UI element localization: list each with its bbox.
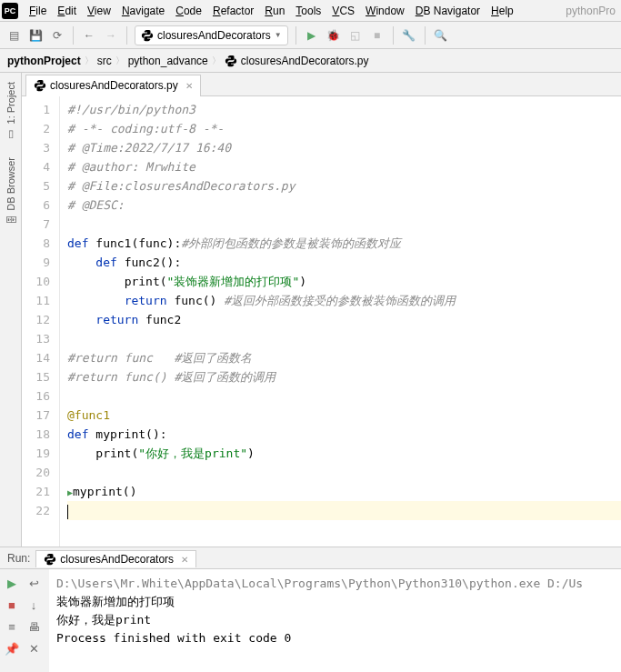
python-icon bbox=[34, 79, 46, 92]
menu-item-refactor[interactable]: Refactor bbox=[207, 3, 259, 19]
run-panel-label: Run: bbox=[7, 552, 30, 565]
db-browser-tab[interactable]: 🗄DB Browser bbox=[4, 152, 18, 230]
menu-item-help[interactable]: Help bbox=[486, 3, 519, 19]
breadcrumb-file[interactable]: closuresAndDecorators.py bbox=[241, 55, 369, 67]
editor-tabs: closuresAndDecorators.py ✕ bbox=[22, 73, 621, 96]
breadcrumb-item[interactable]: src bbox=[97, 55, 112, 67]
wrench-icon[interactable]: 🔧 bbox=[401, 27, 417, 44]
project-icon: ▭ bbox=[5, 127, 16, 139]
python-icon bbox=[141, 29, 154, 42]
menu-item-navigate[interactable]: Navigate bbox=[116, 3, 170, 19]
chevron-down-icon: ▼ bbox=[275, 31, 282, 39]
menu-item-run[interactable]: Run bbox=[259, 3, 290, 19]
db-icon: 🗄 bbox=[5, 215, 15, 226]
menu-item-window[interactable]: Window bbox=[360, 3, 410, 19]
menu-item-vcs[interactable]: VCS bbox=[326, 3, 360, 19]
menu-item-db-navigator[interactable]: DB Navigator bbox=[410, 3, 486, 19]
debug-button[interactable]: 🐞 bbox=[326, 27, 342, 44]
breadcrumb-item[interactable]: python_advance bbox=[128, 55, 208, 67]
clear-icon[interactable]: ✕ bbox=[24, 638, 44, 658]
forward-icon[interactable]: → bbox=[103, 27, 119, 44]
close-icon[interactable]: ✕ bbox=[185, 81, 193, 91]
close-icon[interactable]: ✕ bbox=[181, 555, 188, 565]
breadcrumb-root[interactable]: pythonProject bbox=[7, 55, 81, 67]
tab-label: closuresAndDecorators.py bbox=[50, 79, 178, 92]
run-tab[interactable]: closuresAndDecorators ✕ bbox=[35, 550, 196, 567]
app-logo: PC bbox=[2, 3, 18, 19]
line-number-gutter: 12345678910111213141516171819202122 bbox=[22, 96, 60, 547]
run-output[interactable]: D:\Users\Mr.White\AppData\Local\Programs… bbox=[49, 569, 621, 672]
file-tab[interactable]: closuresAndDecorators.py ✕ bbox=[25, 75, 201, 96]
back-icon[interactable]: ← bbox=[81, 27, 97, 44]
run-toolbar: ▶ ↩ ■ ↓ ≡ 🖶 📌 ✕ bbox=[0, 569, 49, 672]
breadcrumb-bar: pythonProject 〉 src 〉 python_advance 〉 c… bbox=[0, 49, 621, 73]
project-tool-tab[interactable]: ▭1: Project bbox=[3, 76, 18, 145]
main-toolbar: ▤ 💾 ⟳ ← → closuresAndDecorators ▼ ▶ 🐞 ◱ … bbox=[0, 22, 621, 49]
scroll-to-end-icon[interactable]: ↓ bbox=[24, 595, 44, 615]
save-icon[interactable]: 💾 bbox=[27, 27, 44, 44]
menu-item-view[interactable]: View bbox=[82, 3, 116, 19]
search-icon[interactable]: 🔍 bbox=[433, 27, 449, 44]
pin-icon[interactable]: 📌 bbox=[2, 638, 22, 658]
menu-item-file[interactable]: File bbox=[24, 3, 52, 19]
coverage-icon[interactable]: ◱ bbox=[347, 27, 364, 44]
code-content[interactable]: #!/usr/bin/python3# -*- coding:utf-8 -*-… bbox=[60, 96, 621, 547]
run-tool-window: Run: closuresAndDecorators ✕ ▶ ↩ ■ ↓ ≡ 🖶… bbox=[0, 547, 621, 672]
print-icon[interactable]: 🖶 bbox=[24, 617, 44, 637]
code-editor[interactable]: 12345678910111213141516171819202122 #!/u… bbox=[22, 96, 621, 547]
layout-icon[interactable]: ≡ bbox=[2, 617, 22, 637]
run-config-selector[interactable]: closuresAndDecorators ▼ bbox=[135, 25, 288, 45]
project-name-hint: pythonPro bbox=[566, 5, 619, 17]
python-icon bbox=[44, 553, 56, 566]
run-tab-label: closuresAndDecorators bbox=[60, 553, 174, 566]
sync-icon[interactable]: ⟳ bbox=[49, 27, 65, 44]
menu-item-edit[interactable]: Edit bbox=[52, 3, 82, 19]
run-config-name: closuresAndDecorators bbox=[157, 29, 271, 42]
left-tool-sidebar: ▭1: Project 🗄DB Browser bbox=[0, 73, 22, 547]
stop-icon[interactable]: ■ bbox=[369, 27, 386, 44]
menu-item-code[interactable]: Code bbox=[170, 3, 207, 19]
open-icon[interactable]: ▤ bbox=[5, 27, 22, 44]
python-icon bbox=[225, 55, 237, 67]
rerun-button[interactable]: ▶ bbox=[2, 573, 22, 593]
stop-button[interactable]: ■ bbox=[2, 595, 22, 615]
menu-bar: PC FileEditViewNavigateCodeRefactorRunTo… bbox=[0, 0, 621, 22]
toggle-soft-wrap-icon[interactable]: ↩ bbox=[24, 573, 44, 593]
run-button[interactable]: ▶ bbox=[304, 27, 320, 44]
menu-item-tools[interactable]: Tools bbox=[290, 3, 326, 19]
